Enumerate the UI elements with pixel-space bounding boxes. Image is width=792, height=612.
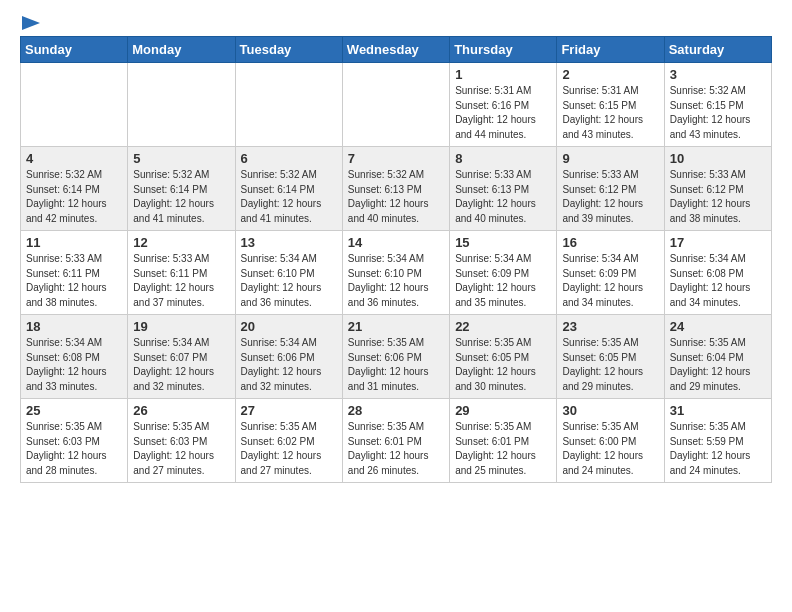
day-number: 29 bbox=[455, 403, 551, 418]
day-number: 1 bbox=[455, 67, 551, 82]
day-number: 13 bbox=[241, 235, 337, 250]
day-number: 24 bbox=[670, 319, 766, 334]
day-number: 16 bbox=[562, 235, 658, 250]
calendar-cell: 21Sunrise: 5:35 AM Sunset: 6:06 PM Dayli… bbox=[342, 315, 449, 399]
day-info: Sunrise: 5:35 AM Sunset: 6:03 PM Dayligh… bbox=[26, 420, 122, 478]
day-number: 15 bbox=[455, 235, 551, 250]
day-number: 30 bbox=[562, 403, 658, 418]
calendar-cell: 20Sunrise: 5:34 AM Sunset: 6:06 PM Dayli… bbox=[235, 315, 342, 399]
calendar-cell: 26Sunrise: 5:35 AM Sunset: 6:03 PM Dayli… bbox=[128, 399, 235, 483]
calendar-cell: 6Sunrise: 5:32 AM Sunset: 6:14 PM Daylig… bbox=[235, 147, 342, 231]
calendar-cell: 9Sunrise: 5:33 AM Sunset: 6:12 PM Daylig… bbox=[557, 147, 664, 231]
day-info: Sunrise: 5:34 AM Sunset: 6:09 PM Dayligh… bbox=[562, 252, 658, 310]
calendar-cell: 25Sunrise: 5:35 AM Sunset: 6:03 PM Dayli… bbox=[21, 399, 128, 483]
day-number: 14 bbox=[348, 235, 444, 250]
day-info: Sunrise: 5:35 AM Sunset: 6:01 PM Dayligh… bbox=[455, 420, 551, 478]
calendar-week-row: 1Sunrise: 5:31 AM Sunset: 6:16 PM Daylig… bbox=[21, 63, 772, 147]
day-number: 21 bbox=[348, 319, 444, 334]
calendar-cell: 3Sunrise: 5:32 AM Sunset: 6:15 PM Daylig… bbox=[664, 63, 771, 147]
day-info: Sunrise: 5:35 AM Sunset: 6:00 PM Dayligh… bbox=[562, 420, 658, 478]
day-info: Sunrise: 5:34 AM Sunset: 6:08 PM Dayligh… bbox=[26, 336, 122, 394]
logo bbox=[20, 16, 40, 28]
day-number: 8 bbox=[455, 151, 551, 166]
header bbox=[20, 16, 772, 28]
calendar-header-tuesday: Tuesday bbox=[235, 37, 342, 63]
calendar-week-row: 4Sunrise: 5:32 AM Sunset: 6:14 PM Daylig… bbox=[21, 147, 772, 231]
page: SundayMondayTuesdayWednesdayThursdayFrid… bbox=[0, 0, 792, 493]
calendar-cell: 16Sunrise: 5:34 AM Sunset: 6:09 PM Dayli… bbox=[557, 231, 664, 315]
day-info: Sunrise: 5:32 AM Sunset: 6:14 PM Dayligh… bbox=[26, 168, 122, 226]
calendar-cell: 17Sunrise: 5:34 AM Sunset: 6:08 PM Dayli… bbox=[664, 231, 771, 315]
day-info: Sunrise: 5:34 AM Sunset: 6:09 PM Dayligh… bbox=[455, 252, 551, 310]
day-number: 5 bbox=[133, 151, 229, 166]
day-number: 20 bbox=[241, 319, 337, 334]
calendar-cell: 5Sunrise: 5:32 AM Sunset: 6:14 PM Daylig… bbox=[128, 147, 235, 231]
calendar-header-row: SundayMondayTuesdayWednesdayThursdayFrid… bbox=[21, 37, 772, 63]
day-number: 23 bbox=[562, 319, 658, 334]
day-number: 18 bbox=[26, 319, 122, 334]
calendar-header-saturday: Saturday bbox=[664, 37, 771, 63]
day-info: Sunrise: 5:33 AM Sunset: 6:12 PM Dayligh… bbox=[562, 168, 658, 226]
day-number: 19 bbox=[133, 319, 229, 334]
day-number: 17 bbox=[670, 235, 766, 250]
calendar-cell: 23Sunrise: 5:35 AM Sunset: 6:05 PM Dayli… bbox=[557, 315, 664, 399]
day-number: 10 bbox=[670, 151, 766, 166]
day-info: Sunrise: 5:32 AM Sunset: 6:14 PM Dayligh… bbox=[133, 168, 229, 226]
day-info: Sunrise: 5:35 AM Sunset: 6:01 PM Dayligh… bbox=[348, 420, 444, 478]
day-number: 31 bbox=[670, 403, 766, 418]
calendar-cell: 7Sunrise: 5:32 AM Sunset: 6:13 PM Daylig… bbox=[342, 147, 449, 231]
day-number: 9 bbox=[562, 151, 658, 166]
day-info: Sunrise: 5:35 AM Sunset: 5:59 PM Dayligh… bbox=[670, 420, 766, 478]
day-info: Sunrise: 5:33 AM Sunset: 6:11 PM Dayligh… bbox=[26, 252, 122, 310]
day-number: 7 bbox=[348, 151, 444, 166]
calendar-cell: 31Sunrise: 5:35 AM Sunset: 5:59 PM Dayli… bbox=[664, 399, 771, 483]
day-info: Sunrise: 5:33 AM Sunset: 6:13 PM Dayligh… bbox=[455, 168, 551, 226]
day-info: Sunrise: 5:35 AM Sunset: 6:05 PM Dayligh… bbox=[562, 336, 658, 394]
calendar-week-row: 18Sunrise: 5:34 AM Sunset: 6:08 PM Dayli… bbox=[21, 315, 772, 399]
calendar-cell: 18Sunrise: 5:34 AM Sunset: 6:08 PM Dayli… bbox=[21, 315, 128, 399]
day-info: Sunrise: 5:34 AM Sunset: 6:06 PM Dayligh… bbox=[241, 336, 337, 394]
day-info: Sunrise: 5:33 AM Sunset: 6:12 PM Dayligh… bbox=[670, 168, 766, 226]
day-info: Sunrise: 5:35 AM Sunset: 6:06 PM Dayligh… bbox=[348, 336, 444, 394]
calendar-cell bbox=[21, 63, 128, 147]
calendar-cell: 1Sunrise: 5:31 AM Sunset: 6:16 PM Daylig… bbox=[450, 63, 557, 147]
calendar-cell: 30Sunrise: 5:35 AM Sunset: 6:00 PM Dayli… bbox=[557, 399, 664, 483]
day-number: 22 bbox=[455, 319, 551, 334]
calendar-header-monday: Monday bbox=[128, 37, 235, 63]
calendar-week-row: 11Sunrise: 5:33 AM Sunset: 6:11 PM Dayli… bbox=[21, 231, 772, 315]
calendar-header-wednesday: Wednesday bbox=[342, 37, 449, 63]
calendar-cell: 22Sunrise: 5:35 AM Sunset: 6:05 PM Dayli… bbox=[450, 315, 557, 399]
day-info: Sunrise: 5:32 AM Sunset: 6:15 PM Dayligh… bbox=[670, 84, 766, 142]
calendar-header-sunday: Sunday bbox=[21, 37, 128, 63]
calendar-cell bbox=[342, 63, 449, 147]
calendar-header-thursday: Thursday bbox=[450, 37, 557, 63]
day-info: Sunrise: 5:34 AM Sunset: 6:07 PM Dayligh… bbox=[133, 336, 229, 394]
day-number: 26 bbox=[133, 403, 229, 418]
day-info: Sunrise: 5:35 AM Sunset: 6:02 PM Dayligh… bbox=[241, 420, 337, 478]
calendar-cell: 8Sunrise: 5:33 AM Sunset: 6:13 PM Daylig… bbox=[450, 147, 557, 231]
day-info: Sunrise: 5:35 AM Sunset: 6:05 PM Dayligh… bbox=[455, 336, 551, 394]
day-number: 25 bbox=[26, 403, 122, 418]
day-number: 3 bbox=[670, 67, 766, 82]
logo-arrow-icon bbox=[22, 16, 40, 30]
calendar-cell bbox=[128, 63, 235, 147]
day-number: 28 bbox=[348, 403, 444, 418]
calendar-cell bbox=[235, 63, 342, 147]
calendar-cell: 24Sunrise: 5:35 AM Sunset: 6:04 PM Dayli… bbox=[664, 315, 771, 399]
day-info: Sunrise: 5:32 AM Sunset: 6:14 PM Dayligh… bbox=[241, 168, 337, 226]
day-info: Sunrise: 5:32 AM Sunset: 6:13 PM Dayligh… bbox=[348, 168, 444, 226]
day-info: Sunrise: 5:34 AM Sunset: 6:10 PM Dayligh… bbox=[348, 252, 444, 310]
calendar-cell: 27Sunrise: 5:35 AM Sunset: 6:02 PM Dayli… bbox=[235, 399, 342, 483]
day-info: Sunrise: 5:31 AM Sunset: 6:15 PM Dayligh… bbox=[562, 84, 658, 142]
day-number: 4 bbox=[26, 151, 122, 166]
day-info: Sunrise: 5:31 AM Sunset: 6:16 PM Dayligh… bbox=[455, 84, 551, 142]
calendar-cell: 28Sunrise: 5:35 AM Sunset: 6:01 PM Dayli… bbox=[342, 399, 449, 483]
calendar-cell: 15Sunrise: 5:34 AM Sunset: 6:09 PM Dayli… bbox=[450, 231, 557, 315]
day-info: Sunrise: 5:34 AM Sunset: 6:10 PM Dayligh… bbox=[241, 252, 337, 310]
calendar-table: SundayMondayTuesdayWednesdayThursdayFrid… bbox=[20, 36, 772, 483]
day-info: Sunrise: 5:34 AM Sunset: 6:08 PM Dayligh… bbox=[670, 252, 766, 310]
calendar-cell: 19Sunrise: 5:34 AM Sunset: 6:07 PM Dayli… bbox=[128, 315, 235, 399]
day-info: Sunrise: 5:35 AM Sunset: 6:03 PM Dayligh… bbox=[133, 420, 229, 478]
day-number: 2 bbox=[562, 67, 658, 82]
calendar-cell: 14Sunrise: 5:34 AM Sunset: 6:10 PM Dayli… bbox=[342, 231, 449, 315]
